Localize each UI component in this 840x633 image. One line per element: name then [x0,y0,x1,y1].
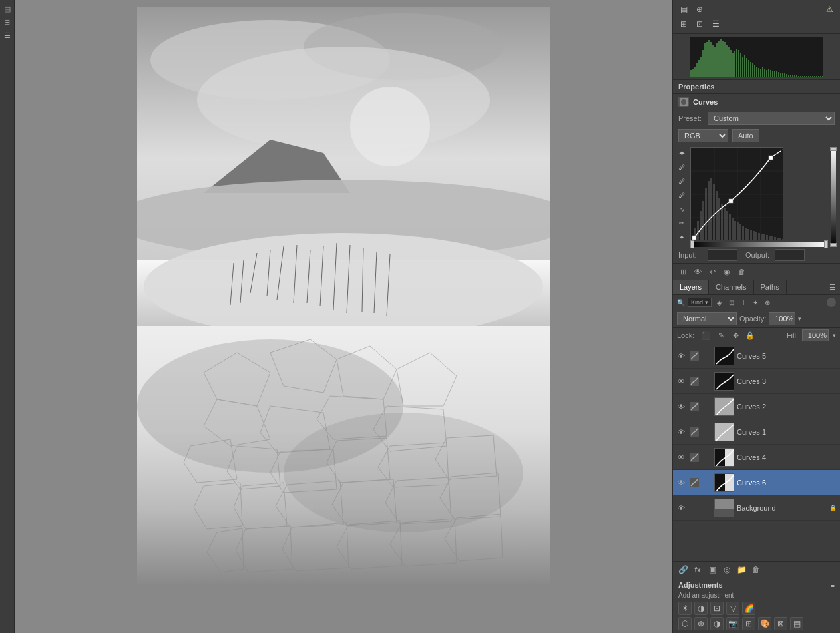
toolbar-icon-1[interactable]: ▤ [677,3,690,16]
adj-icon-bw[interactable]: ◑ [710,617,724,630]
prop-icon-reset-view[interactable]: ⊞ [677,266,689,278]
input-value[interactable] [708,249,737,261]
toolbar-icon-3[interactable]: ⊞ [677,17,690,31]
lock-icon-brush[interactable]: ✎ [716,330,726,341]
svg-rect-144 [742,226,744,240]
layers-group-icon[interactable]: 📁 [735,564,747,576]
svg-rect-88 [766,70,767,77]
curves-tool-eyedropper2[interactable]: 🖉 [676,175,688,187]
layer-row-curves6[interactable]: 👁 Curves 6 [673,470,840,495]
curves-tool-smooth[interactable]: ∿ [676,203,688,215]
adj-icon-invert[interactable]: ⊠ [774,617,787,630]
layers-fx-icon[interactable]: fx [692,564,704,576]
fill-arrow[interactable]: ▾ [833,332,836,339]
layer-thumb-curves3 [714,372,734,391]
prop-icon-undo[interactable]: ↩ [706,266,718,278]
prop-icon-visibility[interactable]: 👁 [692,266,704,278]
layer-lock-curves6 [702,478,712,487]
adjustments-title: Adjustments ≡ [678,581,835,589]
curves-tools-area: ✦ 🖉 🖉 🖉 ∿ ✏ ✦ [673,144,840,247]
adj-icon-brightness[interactable]: ☀ [678,602,692,615]
layer-name-curves3: Curves 3 [737,377,837,385]
adj-icon-color-balance[interactable]: ⊕ [694,617,708,630]
layers-link-icon[interactable]: 🔗 [677,564,689,576]
curves-tool-point[interactable]: ✦ [676,147,688,159]
prop-icon-delete[interactable]: 🗑 [735,266,747,278]
tab-channels[interactable]: Channels [709,280,753,294]
layer-row-background[interactable]: 👁 Background 🔒 [673,495,840,521]
lock-icon-move[interactable]: ✥ [730,330,741,341]
layer-eye-curves6[interactable]: 👁 [676,477,686,488]
svg-rect-79 [748,60,749,77]
layer-eye-background[interactable]: 👁 [676,503,686,513]
adj-icon-exposure[interactable]: ▽ [726,602,739,615]
properties-menu-icon[interactable]: ☰ [829,83,835,91]
adj-icon-curves[interactable]: ◑ [694,602,708,615]
layer-row-curves4[interactable]: 👁 Curves 4 [673,445,840,470]
layer-eye-curves3[interactable]: 👁 [676,376,686,387]
svg-rect-160 [692,236,696,240]
tab-layers[interactable]: Layers [673,280,709,294]
svg-rect-115 [820,76,821,77]
channel-select[interactable]: RGB [678,129,728,142]
layers-delete-icon[interactable]: 🗑 [750,564,762,576]
layer-eye-curves1[interactable]: 👁 [676,427,686,437]
toolbar-icon-4[interactable]: ⊡ [693,17,706,31]
toolbar-icon-2[interactable]: ⊕ [693,3,706,16]
adjustments-menu-icon[interactable]: ≡ [831,581,835,589]
fill-input[interactable] [802,329,829,341]
opacity-input[interactable] [769,312,795,325]
curves-tool-eyedropper1[interactable]: 🖉 [676,161,688,173]
filter-pixel-icon[interactable]: ◈ [714,297,725,308]
adj-icon-posterize[interactable]: ▤ [790,617,803,630]
layer-row-curves1[interactable]: 👁 Curves 1 [673,419,840,445]
adj-icon-photo-filter[interactable]: 📷 [726,617,739,630]
layer-eye-curves4[interactable]: 👁 [676,452,686,463]
layer-row-curves5[interactable]: 👁 Curves 5 [673,343,840,369]
left-tool-1[interactable]: ▤ [1,3,13,15]
svg-rect-62 [714,47,716,77]
adj-icon-levels[interactable]: ⊡ [710,602,724,615]
left-tool-3[interactable]: ☰ [1,29,13,41]
preset-select[interactable]: Custom [708,112,835,125]
left-tool-2[interactable]: ⊞ [1,16,13,28]
opacity-arrow[interactable]: ▾ [798,316,801,322]
lock-icon-checkers[interactable]: ⬛ [701,330,712,341]
layer-row-curves3[interactable]: 👁 Curves 3 [673,369,840,394]
svg-rect-107 [804,76,805,77]
adj-icon-hue[interactable]: ⬡ [678,617,692,630]
filter-adjust-icon[interactable]: ⊡ [726,297,737,308]
curves-tool-extra[interactable]: ✦ [676,231,688,243]
adj-icon-channel-mixer[interactable]: ⊞ [742,617,755,630]
layer-eye-curves5[interactable]: 👁 [676,351,686,361]
filter-dropdown-icon[interactable]: ▾ [705,299,708,306]
layer-eye-curves2[interactable]: 👁 [676,401,686,412]
curves-graph[interactable] [690,147,783,240]
tab-paths[interactable]: Paths [754,280,787,294]
filter-toggle[interactable] [827,298,836,307]
layers-mask-icon[interactable]: ▣ [706,564,718,576]
output-value[interactable] [775,249,805,261]
svg-rect-141 [734,221,736,240]
filter-search-box[interactable]: Kind ▾ [688,298,712,307]
layer-lock-curves4 [702,453,712,462]
filter-shape-icon[interactable]: ✦ [750,297,761,308]
adj-icon-color-lookup[interactable]: 🎨 [758,617,771,630]
layers-adjustment-icon[interactable]: ◎ [721,564,733,576]
curves-tool-eyedropper3[interactable]: 🖉 [676,189,688,201]
layer-row-curves2[interactable]: 👁 Curves 2 [673,394,840,419]
adj-icon-vibrance[interactable]: 🌈 [742,602,755,615]
curves-tool-pencil[interactable]: ✏ [676,217,688,229]
toolbar-icon-5[interactable]: ☰ [709,17,722,31]
svg-rect-103 [796,75,797,77]
layers-menu[interactable]: ☰ [825,280,840,294]
lock-icon-all[interactable]: 🔒 [745,330,755,341]
blend-mode-select[interactable]: Normal [677,312,737,325]
svg-rect-100 [790,75,791,77]
toolbar-icon-alert[interactable]: ⚠ [823,3,836,16]
properties-bottom-icons: ⊞ 👁 ↩ ◉ 🗑 [673,263,840,280]
prop-icon-eye2[interactable]: ◉ [721,266,733,278]
filter-smart-icon[interactable]: ⊕ [762,297,773,308]
filter-type-icon[interactable]: T [738,297,749,308]
auto-button[interactable]: Auto [732,129,759,142]
